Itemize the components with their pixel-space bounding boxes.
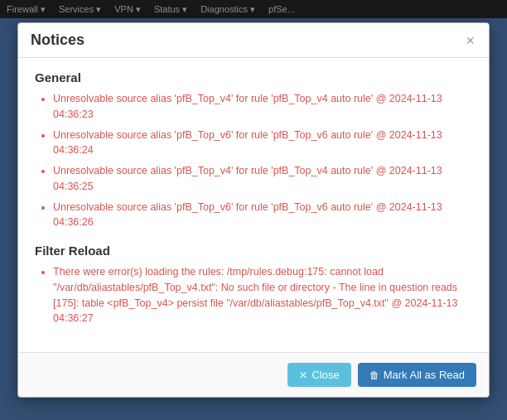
general-notice-list: Unresolvable source alias 'pfB_Top_v4' f… — [35, 91, 472, 230]
list-item: Unresolvable source alias 'pfB_Top_v6' f… — [53, 200, 472, 231]
list-item: Unresolvable source alias 'pfB_Top_v6' f… — [53, 128, 472, 159]
filter-reload-notice-list: There were error(s) loading the rules: /… — [35, 264, 472, 326]
notice-text: Unresolvable source alias 'pfB_Top_v6' f… — [53, 129, 442, 157]
notices-modal: Notices × General Unresolvable source al… — [17, 22, 490, 398]
filter-reload-section: Filter Reload There were error(s) loadin… — [35, 244, 472, 326]
close-button-label: Close — [311, 369, 339, 381]
modal-body: General Unresolvable source alias 'pfB_T… — [18, 58, 489, 352]
notice-text: Unresolvable source alias 'pfB_Top_v4' f… — [53, 165, 442, 192]
close-button[interactable]: ✕ Close — [287, 363, 350, 387]
list-item: Unresolvable source alias 'pfB_Top_v4' f… — [53, 163, 472, 195]
modal-title: Notices — [31, 31, 84, 49]
modal-close-x-button[interactable]: × — [464, 33, 476, 48]
general-section-title: General — [35, 70, 472, 84]
mark-all-read-label: Mark All as Read — [384, 369, 465, 381]
notice-text: There were error(s) loading the rules: /… — [53, 266, 458, 324]
close-icon: ✕ — [299, 369, 307, 381]
modal-header: Notices × — [18, 23, 489, 58]
filter-reload-section-title: Filter Reload — [35, 244, 472, 258]
modal-footer: ✕ Close 🗑 Mark All as Read — [18, 352, 489, 397]
list-item: Unresolvable source alias 'pfB_Top_v4' f… — [53, 91, 472, 123]
list-item: There were error(s) loading the rules: /… — [53, 264, 472, 326]
general-section: General Unresolvable source alias 'pfB_T… — [35, 70, 472, 230]
mark-all-read-button[interactable]: 🗑 Mark All as Read — [358, 363, 476, 387]
notice-text: Unresolvable source alias 'pfB_Top_v4' f… — [53, 93, 442, 120]
notice-text: Unresolvable source alias 'pfB_Top_v6' f… — [53, 201, 442, 229]
mark-read-icon: 🗑 — [369, 369, 379, 381]
